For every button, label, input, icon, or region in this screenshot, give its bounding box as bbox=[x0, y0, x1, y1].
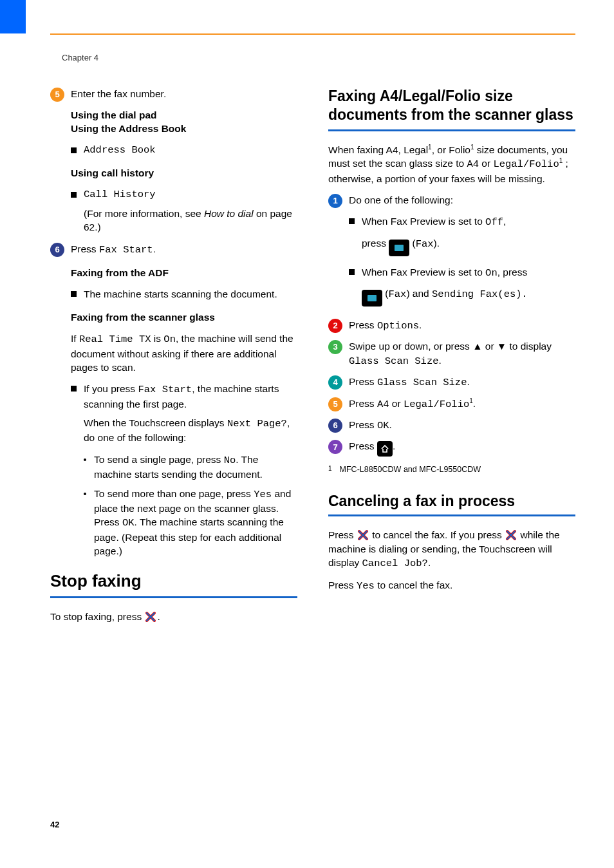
a4-intro: When faxing A4, Legal1, or Folio1 size d… bbox=[328, 143, 575, 185]
chapter-label: Chapter 4 bbox=[62, 53, 98, 62]
step-5-text: Enter the fax number. bbox=[71, 87, 297, 100]
cancel-x-icon bbox=[505, 529, 517, 542]
header-rule bbox=[50, 33, 575, 35]
step-6-badge: 6 bbox=[50, 243, 64, 257]
step-5: 5 Enter the fax number. bbox=[50, 87, 297, 102]
bullet-icon bbox=[71, 192, 77, 198]
nextpage-text: When the Touchscreen displays Next Page?… bbox=[84, 416, 297, 445]
r-step-1: 1 Do one of the following: When Fax Prev… bbox=[328, 193, 575, 312]
r-step-5-badge: 5 bbox=[328, 397, 342, 411]
fax-icon bbox=[389, 240, 409, 256]
r-step-2-badge: 2 bbox=[328, 319, 342, 333]
cancel-x-icon bbox=[357, 529, 369, 542]
bullet-icon bbox=[71, 291, 77, 297]
r-step-5-text: Press A4 or Legal/Folio1. bbox=[349, 397, 575, 412]
faxstart-item: If you press Fax Start, the machine star… bbox=[71, 382, 297, 411]
r-step-7-badge: 7 bbox=[328, 440, 342, 454]
r-step-1-badge: 1 bbox=[328, 194, 342, 208]
bullet-icon bbox=[71, 386, 77, 392]
preview-on-item: When Fax Preview is set to On, press (Fa… bbox=[349, 265, 575, 307]
r-step-2-text: Press Options. bbox=[349, 318, 575, 333]
a4-heading: Faxing A4/Legal/Folio size documents fro… bbox=[328, 87, 575, 124]
r-step-5: 5 Press A4 or Legal/Folio1. bbox=[328, 397, 575, 412]
r-step-6-text: Press OK. bbox=[349, 418, 575, 433]
r-step-3: 3 Swipe up or down, or press ▲ or ▼ to d… bbox=[328, 339, 575, 368]
stop-faxing-text: To stop faxing, press . bbox=[50, 610, 297, 623]
r-step-2: 2 Press Options. bbox=[328, 318, 575, 333]
right-column: Faxing A4/Legal/Folio size documents fro… bbox=[328, 87, 575, 804]
dot-icon bbox=[84, 493, 86, 495]
cancel-heading: Canceling a fax in process bbox=[328, 493, 575, 509]
cancel-x-icon bbox=[144, 610, 157, 623]
cancel-text-2: Press Yes to cancel the fax. bbox=[328, 578, 575, 593]
stop-faxing-heading: Stop faxing bbox=[50, 572, 297, 591]
bullet-icon bbox=[349, 218, 355, 224]
footnote-1: 1 MFC-L8850CDW and MFC-L9550CDW bbox=[328, 464, 575, 475]
step-5-badge: 5 bbox=[50, 88, 64, 102]
a4-rule bbox=[328, 129, 575, 131]
how-to-dial-ref: (For more information, see How to dial o… bbox=[84, 207, 297, 234]
stop-faxing-rule bbox=[50, 596, 297, 598]
step-6-text: Press Fax Start. bbox=[71, 242, 297, 257]
r-step-4-text: Press Glass Scan Size. bbox=[349, 375, 575, 390]
left-column: 5 Enter the fax number. Using the dial p… bbox=[50, 87, 297, 804]
adf-heading: Faxing from the ADF bbox=[71, 266, 297, 279]
adf-item: The machine starts scanning the document… bbox=[71, 287, 297, 301]
r-step-4-badge: 4 bbox=[328, 375, 342, 390]
content-columns: 5 Enter the fax number. Using the dial p… bbox=[50, 87, 575, 804]
cancel-text-1: Press to cancel the fax. If you press wh… bbox=[328, 528, 575, 571]
r-step-7: 7 Press . bbox=[328, 439, 575, 457]
dot-icon bbox=[84, 458, 86, 461]
call-history-item: Call History bbox=[71, 188, 297, 202]
realtime-text: If Real Time TX is On, the machine will … bbox=[71, 332, 297, 374]
r-step-7-text: Press . bbox=[349, 439, 575, 457]
r-step-6-badge: 6 bbox=[328, 419, 342, 433]
cancel-rule bbox=[328, 514, 575, 516]
home-icon bbox=[377, 441, 393, 457]
address-book-item: Address Book bbox=[71, 144, 297, 157]
multi-page-item: To send more than one page, press Yes an… bbox=[84, 487, 297, 558]
page-number: 42 bbox=[50, 820, 59, 829]
bullet-icon bbox=[349, 269, 355, 275]
bullet-icon bbox=[71, 147, 77, 153]
single-page-item: To send a single page, press No. The mac… bbox=[84, 453, 297, 482]
step-6: 6 Press Fax Start. bbox=[50, 242, 297, 257]
r-step-1-text: Do one of the following: bbox=[349, 193, 575, 207]
r-step-6: 6 Press OK. bbox=[328, 418, 575, 433]
dial-pad-heading: Using the dial pad Using the Address Boo… bbox=[71, 108, 297, 136]
r-step-3-text: Swipe up or down, or press ▲ or ▼ to dis… bbox=[349, 339, 575, 368]
r-step-3-badge: 3 bbox=[328, 340, 342, 354]
r-step-4: 4 Press Glass Scan Size. bbox=[328, 375, 575, 390]
call-history-heading: Using call history bbox=[71, 166, 297, 180]
scanner-heading: Faxing from the scanner glass bbox=[71, 310, 297, 324]
fax-icon bbox=[362, 290, 382, 307]
preview-off-item: When Fax Preview is set to Off, press (F… bbox=[349, 214, 575, 256]
side-tab bbox=[0, 0, 26, 33]
